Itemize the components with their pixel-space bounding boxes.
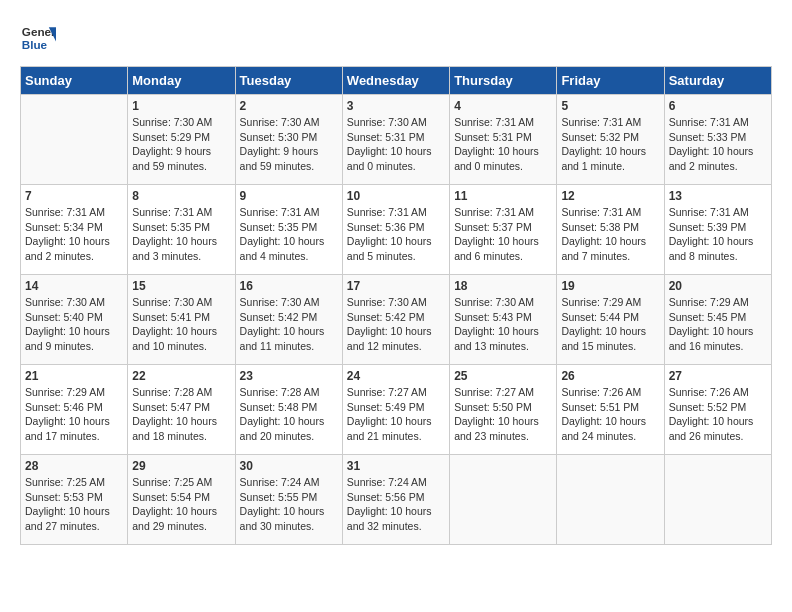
col-header-monday: Monday: [128, 67, 235, 95]
day-number: 20: [669, 279, 767, 293]
cell-content: Sunrise: 7:31 AM Sunset: 5:38 PM Dayligh…: [561, 205, 659, 264]
calendar-cell: 26Sunrise: 7:26 AM Sunset: 5:51 PM Dayli…: [557, 365, 664, 455]
calendar-cell: 10Sunrise: 7:31 AM Sunset: 5:36 PM Dayli…: [342, 185, 449, 275]
day-number: 3: [347, 99, 445, 113]
cell-content: Sunrise: 7:29 AM Sunset: 5:44 PM Dayligh…: [561, 295, 659, 354]
calendar-cell: 14Sunrise: 7:30 AM Sunset: 5:40 PM Dayli…: [21, 275, 128, 365]
day-number: 25: [454, 369, 552, 383]
cell-content: Sunrise: 7:31 AM Sunset: 5:35 PM Dayligh…: [132, 205, 230, 264]
calendar-cell: 15Sunrise: 7:30 AM Sunset: 5:41 PM Dayli…: [128, 275, 235, 365]
cell-content: Sunrise: 7:31 AM Sunset: 5:39 PM Dayligh…: [669, 205, 767, 264]
cell-content: Sunrise: 7:30 AM Sunset: 5:42 PM Dayligh…: [347, 295, 445, 354]
day-number: 14: [25, 279, 123, 293]
day-number: 15: [132, 279, 230, 293]
calendar-cell: 12Sunrise: 7:31 AM Sunset: 5:38 PM Dayli…: [557, 185, 664, 275]
cell-content: Sunrise: 7:31 AM Sunset: 5:36 PM Dayligh…: [347, 205, 445, 264]
week-row-3: 21Sunrise: 7:29 AM Sunset: 5:46 PM Dayli…: [21, 365, 772, 455]
cell-content: Sunrise: 7:26 AM Sunset: 5:51 PM Dayligh…: [561, 385, 659, 444]
calendar-cell: 28Sunrise: 7:25 AM Sunset: 5:53 PM Dayli…: [21, 455, 128, 545]
cell-content: Sunrise: 7:25 AM Sunset: 5:53 PM Dayligh…: [25, 475, 123, 534]
day-number: 6: [669, 99, 767, 113]
cell-content: Sunrise: 7:31 AM Sunset: 5:37 PM Dayligh…: [454, 205, 552, 264]
calendar-cell: 24Sunrise: 7:27 AM Sunset: 5:49 PM Dayli…: [342, 365, 449, 455]
cell-content: Sunrise: 7:29 AM Sunset: 5:45 PM Dayligh…: [669, 295, 767, 354]
cell-content: Sunrise: 7:30 AM Sunset: 5:31 PM Dayligh…: [347, 115, 445, 174]
calendar-cell: 2Sunrise: 7:30 AM Sunset: 5:30 PM Daylig…: [235, 95, 342, 185]
day-number: 8: [132, 189, 230, 203]
calendar-cell: 31Sunrise: 7:24 AM Sunset: 5:56 PM Dayli…: [342, 455, 449, 545]
day-number: 24: [347, 369, 445, 383]
calendar-cell: 30Sunrise: 7:24 AM Sunset: 5:55 PM Dayli…: [235, 455, 342, 545]
day-number: 17: [347, 279, 445, 293]
cell-content: Sunrise: 7:28 AM Sunset: 5:48 PM Dayligh…: [240, 385, 338, 444]
calendar-cell: 1Sunrise: 7:30 AM Sunset: 5:29 PM Daylig…: [128, 95, 235, 185]
day-number: 23: [240, 369, 338, 383]
calendar-cell: 17Sunrise: 7:30 AM Sunset: 5:42 PM Dayli…: [342, 275, 449, 365]
day-number: 27: [669, 369, 767, 383]
header-row: SundayMondayTuesdayWednesdayThursdayFrid…: [21, 67, 772, 95]
cell-content: Sunrise: 7:30 AM Sunset: 5:30 PM Dayligh…: [240, 115, 338, 174]
day-number: 29: [132, 459, 230, 473]
calendar-cell: 5Sunrise: 7:31 AM Sunset: 5:32 PM Daylig…: [557, 95, 664, 185]
calendar-cell: [664, 455, 771, 545]
cell-content: Sunrise: 7:30 AM Sunset: 5:41 PM Dayligh…: [132, 295, 230, 354]
cell-content: Sunrise: 7:24 AM Sunset: 5:55 PM Dayligh…: [240, 475, 338, 534]
calendar-cell: 18Sunrise: 7:30 AM Sunset: 5:43 PM Dayli…: [450, 275, 557, 365]
calendar-cell: 23Sunrise: 7:28 AM Sunset: 5:48 PM Dayli…: [235, 365, 342, 455]
calendar-cell: 27Sunrise: 7:26 AM Sunset: 5:52 PM Dayli…: [664, 365, 771, 455]
calendar-cell: 22Sunrise: 7:28 AM Sunset: 5:47 PM Dayli…: [128, 365, 235, 455]
cell-content: Sunrise: 7:25 AM Sunset: 5:54 PM Dayligh…: [132, 475, 230, 534]
cell-content: Sunrise: 7:31 AM Sunset: 5:33 PM Dayligh…: [669, 115, 767, 174]
logo-icon: General Blue: [20, 20, 56, 56]
calendar-cell: 20Sunrise: 7:29 AM Sunset: 5:45 PM Dayli…: [664, 275, 771, 365]
cell-content: Sunrise: 7:24 AM Sunset: 5:56 PM Dayligh…: [347, 475, 445, 534]
calendar-cell: 25Sunrise: 7:27 AM Sunset: 5:50 PM Dayli…: [450, 365, 557, 455]
day-number: 22: [132, 369, 230, 383]
cell-content: Sunrise: 7:30 AM Sunset: 5:43 PM Dayligh…: [454, 295, 552, 354]
calendar-cell: [21, 95, 128, 185]
day-number: 11: [454, 189, 552, 203]
week-row-2: 14Sunrise: 7:30 AM Sunset: 5:40 PM Dayli…: [21, 275, 772, 365]
cell-content: Sunrise: 7:30 AM Sunset: 5:29 PM Dayligh…: [132, 115, 230, 174]
calendar-cell: 8Sunrise: 7:31 AM Sunset: 5:35 PM Daylig…: [128, 185, 235, 275]
day-number: 21: [25, 369, 123, 383]
calendar-cell: 19Sunrise: 7:29 AM Sunset: 5:44 PM Dayli…: [557, 275, 664, 365]
calendar-table: SundayMondayTuesdayWednesdayThursdayFrid…: [20, 66, 772, 545]
cell-content: Sunrise: 7:30 AM Sunset: 5:42 PM Dayligh…: [240, 295, 338, 354]
col-header-thursday: Thursday: [450, 67, 557, 95]
calendar-cell: 21Sunrise: 7:29 AM Sunset: 5:46 PM Dayli…: [21, 365, 128, 455]
cell-content: Sunrise: 7:30 AM Sunset: 5:40 PM Dayligh…: [25, 295, 123, 354]
col-header-friday: Friday: [557, 67, 664, 95]
calendar-cell: 3Sunrise: 7:30 AM Sunset: 5:31 PM Daylig…: [342, 95, 449, 185]
cell-content: Sunrise: 7:27 AM Sunset: 5:50 PM Dayligh…: [454, 385, 552, 444]
calendar-cell: 4Sunrise: 7:31 AM Sunset: 5:31 PM Daylig…: [450, 95, 557, 185]
cell-content: Sunrise: 7:31 AM Sunset: 5:32 PM Dayligh…: [561, 115, 659, 174]
week-row-0: 1Sunrise: 7:30 AM Sunset: 5:29 PM Daylig…: [21, 95, 772, 185]
svg-text:Blue: Blue: [22, 38, 48, 51]
day-number: 4: [454, 99, 552, 113]
week-row-1: 7Sunrise: 7:31 AM Sunset: 5:34 PM Daylig…: [21, 185, 772, 275]
cell-content: Sunrise: 7:29 AM Sunset: 5:46 PM Dayligh…: [25, 385, 123, 444]
day-number: 7: [25, 189, 123, 203]
page-header: General Blue: [20, 20, 772, 56]
cell-content: Sunrise: 7:31 AM Sunset: 5:34 PM Dayligh…: [25, 205, 123, 264]
day-number: 18: [454, 279, 552, 293]
logo: General Blue: [20, 20, 56, 56]
day-number: 12: [561, 189, 659, 203]
day-number: 9: [240, 189, 338, 203]
cell-content: Sunrise: 7:26 AM Sunset: 5:52 PM Dayligh…: [669, 385, 767, 444]
day-number: 5: [561, 99, 659, 113]
day-number: 10: [347, 189, 445, 203]
day-number: 2: [240, 99, 338, 113]
calendar-cell: [557, 455, 664, 545]
day-number: 1: [132, 99, 230, 113]
cell-content: Sunrise: 7:27 AM Sunset: 5:49 PM Dayligh…: [347, 385, 445, 444]
day-number: 16: [240, 279, 338, 293]
cell-content: Sunrise: 7:28 AM Sunset: 5:47 PM Dayligh…: [132, 385, 230, 444]
calendar-cell: 11Sunrise: 7:31 AM Sunset: 5:37 PM Dayli…: [450, 185, 557, 275]
day-number: 26: [561, 369, 659, 383]
cell-content: Sunrise: 7:31 AM Sunset: 5:31 PM Dayligh…: [454, 115, 552, 174]
day-number: 13: [669, 189, 767, 203]
svg-text:General: General: [22, 25, 56, 38]
col-header-sunday: Sunday: [21, 67, 128, 95]
